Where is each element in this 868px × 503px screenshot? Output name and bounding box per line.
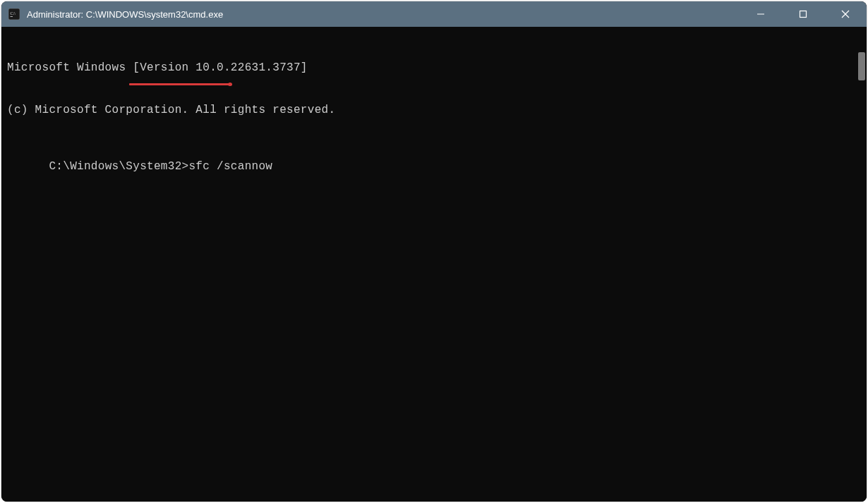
content-wrapper: Microsoft Windows [Version 10.0.22631.37…: [1, 27, 867, 502]
terminal-command: sfc /scannow: [188, 160, 272, 173]
terminal-prompt: C:\Windows\System32>: [49, 160, 188, 173]
window-title: Administrator: C:\WINDOWS\system32\cmd.e…: [27, 9, 223, 20]
scrollbar-thumb[interactable]: [858, 52, 865, 80]
cmd-window: C:\ Administrator: C:\WINDOWS\system32\c…: [1, 1, 867, 502]
vertical-scrollbar[interactable]: [857, 27, 867, 502]
svg-text:C:\: C:\: [11, 11, 16, 16]
cmd-icon: C:\: [8, 8, 20, 20]
terminal-area[interactable]: Microsoft Windows [Version 10.0.22631.37…: [1, 27, 857, 502]
close-button[interactable]: [824, 1, 867, 27]
svg-rect-4: [800, 11, 807, 18]
maximize-button[interactable]: [782, 1, 824, 27]
window-controls: [740, 1, 867, 27]
terminal-output-line: (c) Microsoft Corporation. All rights re…: [7, 103, 851, 117]
terminal-output-line: Microsoft Windows [Version 10.0.22631.37…: [7, 61, 851, 75]
minimize-button[interactable]: [740, 1, 782, 27]
red-underline-annotation: [129, 83, 231, 85]
titlebar[interactable]: C:\ Administrator: C:\WINDOWS\system32\c…: [1, 1, 867, 27]
terminal-prompt-line: C:\Windows\System32>sfc /scannow: [49, 159, 272, 174]
